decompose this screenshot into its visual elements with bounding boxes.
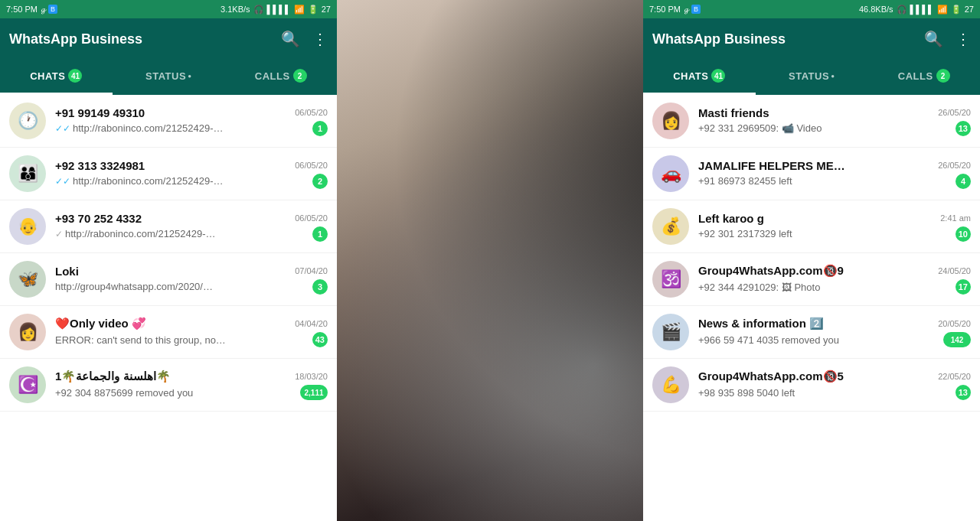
left-battery-pct: 27 — [322, 5, 331, 14]
chat-header: Loki 07/04/20 — [55, 265, 328, 278]
chat-preview: +92 301 2317329 left 10 — [698, 226, 971, 242]
chat-info: +93 70 252 4332 06/05/20 ✓http://rabonin… — [55, 212, 328, 242]
chat-preview: ✓✓http://raboninco.com/21252429-… 1 — [55, 121, 328, 136]
chat-msg: +92 301 2317329 left — [698, 228, 949, 239]
chat-time: 04/04/20 — [295, 319, 328, 328]
avatar: 🕉️ — [652, 261, 689, 298]
chat-msg: ERROR: can't send to this group, no… — [55, 334, 306, 346]
avatar: 🎬 — [652, 314, 689, 350]
chat-info: News & information 2️⃣ 20/05/20 +966 59 … — [698, 317, 971, 347]
right-tab-chats[interactable]: CHATS 41 — [643, 60, 756, 95]
chat-time: 18/03/20 — [295, 372, 328, 381]
unread-badge: 13 — [956, 385, 971, 400]
chat-name: Group4WhatsApp.com🔞9 — [698, 264, 844, 278]
avatar: 🕐 — [9, 103, 46, 139]
left-menu-icon[interactable]: ⋮ — [312, 30, 328, 48]
left-signal-icon: ▌▌▌▌ — [267, 5, 291, 14]
left-wifi-icon: 📶 — [294, 5, 305, 15]
chat-name: Group4WhatsApp.com🔞5 — [698, 370, 844, 383]
left-chat-item-3[interactable]: 🦋 Loki 07/04/20 http://group4whatsapp.co… — [0, 253, 337, 306]
left-tab-status-label: STATUS — [145, 70, 186, 82]
unread-badge: 3 — [312, 279, 328, 295]
chat-header: Group4WhatsApp.com🔞9 24/05/20 — [698, 264, 971, 278]
left-b-icon: B — [48, 5, 57, 14]
chat-time: 06/05/20 — [295, 161, 328, 170]
left-app-title: WhatsApp Business — [9, 31, 142, 47]
chat-info: Loki 07/04/20 http://group4whatsapp.com/… — [55, 265, 328, 295]
right-chat-item-1[interactable]: 🚗 JAMALIFE HELPERS MEMB… 26/05/20 +91 86… — [643, 148, 980, 200]
left-tab-chats[interactable]: CHATS 41 — [0, 60, 113, 95]
chat-info: +92 313 3324981 06/05/20 ✓✓http://raboni… — [55, 159, 328, 189]
chat-preview: +966 59 471 4035 removed you 142 — [698, 332, 971, 347]
left-status-dot: ● — [188, 73, 191, 80]
chat-preview: +91 86973 82455 left 4 — [698, 174, 971, 189]
chat-header: +92 313 3324981 06/05/20 — [55, 159, 328, 172]
avatar: 👨‍👩‍👦 — [9, 155, 46, 192]
right-chat-item-3[interactable]: 🕉️ Group4WhatsApp.com🔞9 24/05/20 +92 344… — [643, 253, 980, 306]
right-battery-icon: 🔋 — [951, 5, 962, 15]
chat-info: Group4WhatsApp.com🔞9 24/05/20 +92 344 42… — [698, 264, 971, 295]
chat-msg: +91 86973 82455 left — [698, 175, 949, 187]
left-chat-item-4[interactable]: 👩 ❤️Only video 💞 04/04/20 ERROR: can't s… — [0, 306, 337, 359]
chat-header: Masti friends 26/05/20 — [698, 106, 971, 119]
tick-icon: ✓✓ — [55, 176, 70, 187]
right-battery-pct: 27 — [965, 5, 974, 14]
left-chat-item-1[interactable]: 👨‍👩‍👦 +92 313 3324981 06/05/20 ✓✓http://… — [0, 148, 337, 200]
tick-icon: ✓✓ — [55, 123, 70, 134]
avatar: 👩 — [652, 103, 689, 139]
chat-msg: ✓✓http://raboninco.com/21252429-… — [55, 122, 306, 134]
chat-preview: http://group4whatsapp.com/2020/… 3 — [55, 279, 328, 295]
right-wifi-icon: 📶 — [937, 5, 948, 15]
right-app-title: WhatsApp Business — [652, 31, 786, 47]
unread-badge: 142 — [943, 332, 971, 347]
left-chat-item-2[interactable]: 👴 +93 70 252 4332 06/05/20 ✓http://rabon… — [0, 200, 337, 253]
chat-header: +93 70 252 4332 06/05/20 — [55, 212, 328, 225]
right-chat-item-2[interactable]: 💰 Left karoo g 2:41 am +92 301 2317329 l… — [643, 200, 980, 253]
left-status-bar-right: 3.1KB/s 🎧 ▌▌▌▌ 📶 🔋 27 — [220, 5, 331, 15]
right-tab-calls[interactable]: CALLS 2 — [867, 60, 980, 95]
chat-time: 22/05/20 — [938, 372, 971, 381]
left-status-bar: 7:50 PM 𝓰 B 3.1KB/s 🎧 ▌▌▌▌ 📶 🔋 27 — [0, 0, 337, 18]
chat-info: Group4WhatsApp.com🔞5 22/05/20 +98 935 89… — [698, 370, 971, 400]
chat-msg: +98 935 898 5040 left — [698, 387, 949, 399]
unread-badge: 2,111 — [300, 385, 328, 400]
chat-preview: ✓✓http://raboninco.com/21252429-… 2 — [55, 174, 328, 189]
chat-time: 26/05/20 — [938, 161, 971, 170]
chat-time: 06/05/20 — [295, 108, 328, 117]
chat-preview: +98 935 898 5040 left 13 — [698, 385, 971, 400]
left-tab-chats-label: CHATS — [30, 70, 65, 82]
chat-info: JAMALIFE HELPERS MEMB… 26/05/20 +91 8697… — [698, 159, 971, 189]
left-panel: 7:50 PM 𝓰 B 3.1KB/s 🎧 ▌▌▌▌ 📶 🔋 27 WhatsA… — [0, 0, 337, 521]
chat-preview: ✓http://raboninco.com/21252429-… 1 — [55, 226, 328, 242]
right-chat-item-0[interactable]: 👩 Masti friends 26/05/20 +92 331 2969509… — [643, 95, 980, 148]
chat-info: 1🌴اهلسنة والجماعة🌴 18/03/20 +92 304 8875… — [55, 370, 328, 400]
unread-badge: 1 — [312, 121, 328, 136]
left-tab-calls-label: CALLS — [255, 70, 290, 82]
left-chat-item-0[interactable]: 🕐 +91 99149 49310 06/05/20 ✓✓http://rabo… — [0, 95, 337, 148]
right-tab-status-label: STATUS — [789, 70, 829, 82]
right-chat-item-5[interactable]: 💪 Group4WhatsApp.com🔞5 22/05/20 +98 935 … — [643, 359, 980, 412]
right-tab-status[interactable]: STATUS ● — [756, 60, 868, 95]
avatar: 💪 — [652, 366, 689, 403]
chat-time: 07/04/20 — [295, 266, 328, 275]
left-headphone-icon: 🎧 — [253, 5, 264, 15]
chat-preview: +92 344 4291029: 🖼 Photo 17 — [698, 279, 971, 295]
left-search-icon[interactable]: 🔍 — [281, 30, 300, 48]
right-search-icon[interactable]: 🔍 — [924, 30, 943, 48]
chat-time: 20/05/20 — [938, 319, 971, 328]
chat-header: News & information 2️⃣ 20/05/20 — [698, 317, 971, 331]
chat-name: News & information 2️⃣ — [698, 317, 824, 331]
right-chat-item-4[interactable]: 🎬 News & information 2️⃣ 20/05/20 +966 5… — [643, 306, 980, 359]
right-menu-icon[interactable]: ⋮ — [956, 30, 971, 48]
left-tabs: CHATS 41 STATUS ● CALLS 2 — [0, 60, 337, 95]
avatar: 🦋 — [9, 261, 46, 298]
right-status-bar: 7:50 PM 𝓰 B 46.8KB/s 🎧 ▌▌▌▌ 📶 🔋 27 — [643, 0, 980, 18]
left-tab-status[interactable]: STATUS ● — [113, 60, 225, 95]
left-tab-calls[interactable]: CALLS 2 — [224, 60, 337, 95]
avatar: 🚗 — [652, 155, 689, 192]
unread-badge: 17 — [956, 279, 971, 295]
chat-name: Loki — [55, 265, 79, 278]
chat-name: +93 70 252 4332 — [55, 212, 142, 225]
chat-msg: http://group4whatsapp.com/2020/… — [55, 281, 306, 292]
left-chat-item-5[interactable]: ☪️ 1🌴اهلسنة والجماعة🌴 18/03/20 +92 304 8… — [0, 359, 337, 412]
